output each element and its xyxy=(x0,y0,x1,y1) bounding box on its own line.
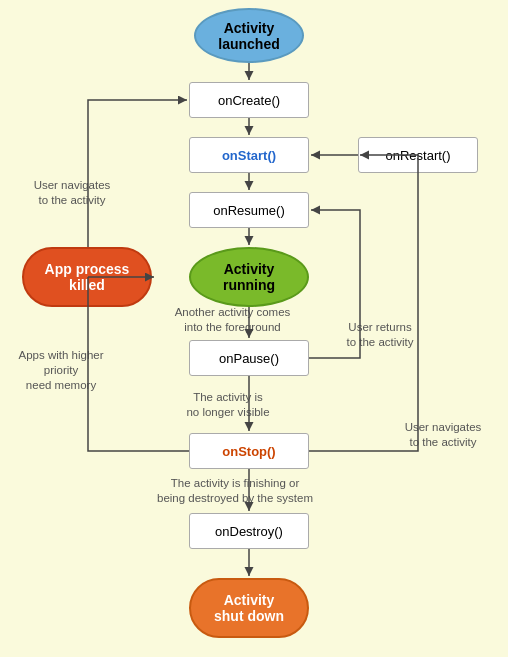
on-pause-node: onPause() xyxy=(189,340,309,376)
user-returns-label: User returns to the activity xyxy=(330,320,430,350)
on-stop-node: onStop() xyxy=(189,433,309,469)
activity-running-node: Activity running xyxy=(189,247,309,307)
no-longer-visible-label: The activity is no longer visible xyxy=(163,390,293,420)
finishing-destroyed-label: The activity is finishing or being destr… xyxy=(140,476,330,506)
activity-shut-down-node: Activity shut down xyxy=(189,578,309,638)
on-resume-node: onResume() xyxy=(189,192,309,228)
on-destroy-node: onDestroy() xyxy=(189,513,309,549)
on-restart-node: onRestart() xyxy=(358,137,478,173)
on-create-node: onCreate() xyxy=(189,82,309,118)
activity-lifecycle-diagram: Activity launched onCreate() onStart() o… xyxy=(0,0,508,657)
another-activity-label: Another activity comes into the foregrou… xyxy=(165,305,300,335)
user-navigates-to-label: User navigates to the activity xyxy=(22,178,122,208)
on-start-node: onStart() xyxy=(189,137,309,173)
activity-launched-node: Activity launched xyxy=(194,8,304,63)
apps-higher-priority-label: Apps with higher priority need memory xyxy=(2,348,120,393)
user-navigates-to2-label: User navigates to the activity xyxy=(393,420,493,450)
app-process-killed-node: App process killed xyxy=(22,247,152,307)
